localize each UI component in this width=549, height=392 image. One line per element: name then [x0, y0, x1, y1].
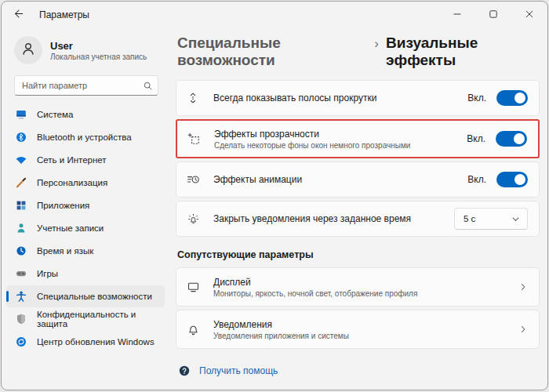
sidebar-item-label: Игры: [37, 269, 58, 278]
sidebar-nav: Система Bluetooth и устройства Сеть и Ин…: [2, 103, 169, 353]
toggle-state-label: Вкл.: [467, 133, 485, 144]
footer-links: Получить помощь Отправить отзыв: [176, 365, 540, 390]
privacy-icon: [15, 313, 27, 325]
sidebar-item-windows-update[interactable]: Центр обновления Windows: [6, 331, 165, 353]
chevron-down-icon: [511, 215, 520, 223]
bluetooth-icon: [15, 131, 27, 143]
games-icon: [15, 267, 27, 280]
minimize-icon: [453, 8, 462, 22]
related-subtitle: Мониторы, яркость, ночной свет, отображе…: [213, 289, 518, 298]
sidebar-item-privacy[interactable]: Конфиденциальность и защита: [6, 308, 165, 330]
related-title: Уведомления: [213, 319, 518, 330]
sidebar-item-label: Система: [37, 110, 73, 119]
setting-subtitle: Сделать некоторые фоны окон немного проз…: [214, 141, 467, 150]
search-icon: [143, 80, 153, 94]
send-feedback-link[interactable]: Отправить отзыв: [178, 389, 274, 390]
content-pane: Специальные возможности › Визуальные эфф…: [169, 28, 547, 390]
help-icon: [178, 365, 191, 377]
settings-window: Параметры User: [1, 1, 548, 390]
user-subtitle: Локальная учетная запись: [50, 53, 147, 61]
apps-icon: [15, 199, 27, 212]
related-row-notifications[interactable]: Уведомления Уведомления приложения и сис…: [176, 310, 540, 349]
sidebar-item-label: Специальные возможности: [37, 292, 152, 301]
sidebar-item-system[interactable]: Система: [6, 103, 165, 125]
setting-row-animation: Эффекты анимации Вкл.: [176, 162, 540, 198]
maximize-button[interactable]: [475, 2, 511, 28]
user-name: User: [50, 40, 147, 52]
close-icon: [525, 8, 534, 22]
related-row-display[interactable]: Дисплей Мониторы, яркость, ночной свет, …: [176, 267, 540, 307]
setting-row-notification-timeout: Закрыть уведомления через заданное время…: [176, 201, 540, 237]
related-subtitle: Уведомления приложения и системы: [213, 332, 518, 340]
setting-title: Всегда показывать полосы прокрутки: [213, 93, 467, 103]
sidebar-item-label: Bluetooth и устройства: [37, 132, 132, 142]
system-icon: [15, 108, 27, 121]
sidebar-item-personalization[interactable]: Персонализация: [6, 172, 165, 194]
sidebar: User Локальная учетная запись Система Bl…: [2, 28, 169, 390]
sidebar-item-label: Центр обновления Windows: [37, 337, 155, 347]
sidebar-item-accounts[interactable]: Учетные записи: [6, 217, 165, 239]
network-icon: [15, 154, 27, 166]
close-button[interactable]: [511, 2, 547, 28]
setting-row-transparency: Эффекты прозрачности Сделать некоторые ф…: [176, 119, 540, 158]
toggle-state-label: Вкл.: [467, 174, 486, 185]
page-title: Визуальные эффекты: [386, 34, 540, 69]
chevron-right-icon: [518, 282, 528, 292]
setting-title: Закрыть уведомления через заданное время: [213, 213, 454, 224]
transparency-icon: [187, 132, 203, 145]
animation-icon: [187, 173, 202, 186]
titlebar: Параметры: [2, 2, 547, 28]
sidebar-item-network[interactable]: Сеть и Интернет: [6, 149, 165, 171]
animation-toggle[interactable]: [496, 172, 528, 187]
chevron-right-icon: [518, 325, 528, 334]
transparency-toggle[interactable]: [496, 131, 527, 147]
person-icon: [20, 41, 36, 60]
user-account[interactable]: User Локальная учетная запись: [2, 31, 169, 72]
bell-icon: [187, 323, 202, 336]
sidebar-item-label: Учетные записи: [37, 223, 104, 233]
sidebar-item-apps[interactable]: Приложения: [6, 194, 165, 216]
maximize-icon: [489, 8, 498, 22]
setting-row-scrollbars: Всегда показывать полосы прокрутки Вкл.: [176, 80, 540, 116]
breadcrumb: Специальные возможности › Визуальные эфф…: [177, 34, 540, 69]
sidebar-item-label: Сеть и Интернет: [37, 155, 107, 165]
scrollbar-icon: [187, 92, 202, 104]
breadcrumb-separator-icon: ›: [374, 36, 379, 52]
back-arrow-icon: [12, 8, 24, 23]
avatar: [14, 36, 42, 64]
setting-title: Эффекты анимации: [213, 174, 467, 185]
sidebar-item-time-language[interactable]: Время и язык: [6, 240, 165, 262]
windows-update-icon: [15, 336, 27, 348]
sidebar-item-bluetooth[interactable]: Bluetooth и устройства: [6, 126, 165, 148]
timed-notification-icon: [187, 212, 202, 225]
sidebar-item-games[interactable]: Игры: [6, 263, 165, 285]
window-controls: [439, 2, 547, 28]
sidebar-item-label: Приложения: [37, 201, 89, 210]
breadcrumb-parent[interactable]: Специальные возможности: [177, 34, 367, 69]
personalization-icon: [15, 176, 27, 189]
time-language-icon: [15, 245, 27, 257]
sidebar-item-label: Время и язык: [37, 246, 93, 256]
toggle-state-label: Вкл.: [467, 93, 486, 103]
accessibility-icon: [15, 290, 27, 303]
accounts-icon: [15, 222, 27, 234]
related-title: Дисплей: [213, 277, 518, 288]
back-button[interactable]: [2, 2, 33, 28]
search-input[interactable]: [14, 75, 158, 96]
scrollbars-toggle[interactable]: [496, 90, 528, 106]
get-help-link[interactable]: Получить помощь: [178, 365, 278, 377]
feedback-icon: [178, 389, 191, 390]
setting-title: Эффекты прозрачности: [214, 129, 467, 140]
timeout-dropdown[interactable]: 5 с: [454, 208, 528, 230]
sidebar-item-label: Конфиденциальность и защита: [37, 310, 165, 328]
related-settings-header: Сопутствующие параметры: [177, 249, 540, 260]
minimize-button[interactable]: [439, 2, 475, 28]
window-title: Параметры: [39, 9, 89, 20]
sidebar-item-accessibility[interactable]: Специальные возможности: [6, 285, 165, 307]
link-label: Получить помощь: [199, 365, 278, 376]
display-icon: [187, 281, 202, 293]
sidebar-item-label: Персонализация: [37, 178, 107, 187]
timeout-dropdown-value: 5 с: [464, 214, 511, 223]
